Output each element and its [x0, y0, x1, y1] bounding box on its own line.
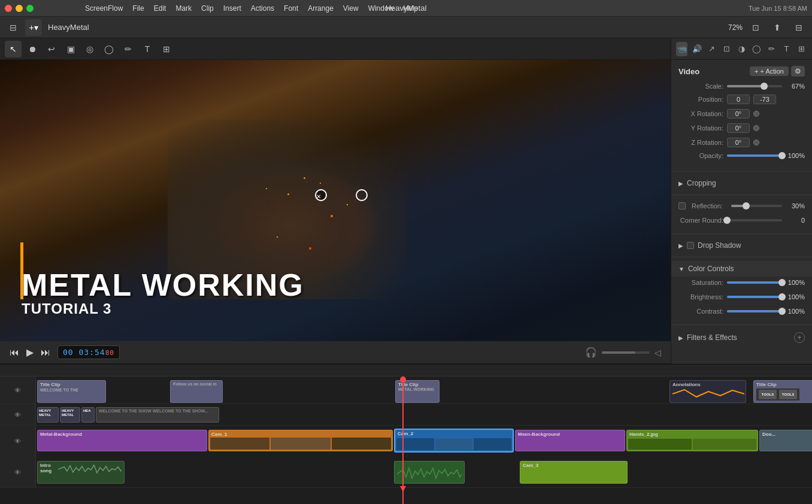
clip-annotations[interactable]: Annotations — [669, 380, 746, 403]
drop-shadow-section[interactable]: ▶ Drop Shadow — [671, 238, 812, 253]
add-clip-btn[interactable]: +▾ — [25, 19, 42, 36]
reflection-slider[interactable] — [731, 205, 782, 207]
track-eye-4[interactable]: 👁 — [14, 469, 21, 476]
select-tool-btn[interactable]: ↖ — [5, 41, 22, 57]
y-rotation-input[interactable] — [727, 123, 750, 133]
contrast-slider[interactable] — [727, 310, 782, 312]
clip-follow[interactable]: Follow us on social m — [170, 380, 223, 403]
clip-metal-bg[interactable]: Metal-Background — [37, 430, 207, 451]
share-btn[interactable]: ⬆ — [769, 19, 786, 36]
clip-welcome-text[interactable]: WELCOME TO THE SHOW WELCOME TO THE SHOW.… — [96, 407, 219, 423]
highlight-btn[interactable]: ◯ — [101, 41, 117, 57]
track-eye-3[interactable]: 👁 — [14, 438, 21, 445]
contrast-label: Contrast: — [678, 308, 723, 315]
corner-round-slider[interactable] — [727, 219, 782, 221]
clip-badge-1[interactable]: HEAVYMETAL — [37, 407, 59, 423]
filters-add-btn[interactable]: + — [794, 332, 805, 343]
screen-recording-icon[interactable]: ⊡ — [721, 42, 732, 56]
rewind-btn[interactable]: ⏮ — [10, 347, 19, 358]
annotation-btn[interactable]: ✏ — [120, 41, 137, 57]
menu-screenflow[interactable]: ScreenFlow — [85, 4, 123, 13]
clip-cam2[interactable]: Cam_2 — [394, 429, 514, 453]
y-rotation-label: Y Rotation: — [678, 125, 723, 132]
callout-btn[interactable]: ◎ — [81, 41, 98, 57]
text-panel-icon[interactable]: ✏ — [766, 42, 777, 56]
saturation-slider[interactable] — [727, 281, 782, 284]
clip-title-1[interactable]: Title Clip WELCOME TO THE — [37, 380, 106, 403]
headphone-icon[interactable]: 🎧 — [585, 347, 597, 358]
ruler-20s: 20s — [128, 375, 137, 376]
forward-btn[interactable]: ⏭ — [41, 347, 50, 358]
opacity-value: 100% — [786, 152, 805, 159]
ruler-1m10s: 1m10s — [357, 375, 373, 376]
clip-title-right[interactable]: Title Clip TOOLS TOOLS — [753, 380, 812, 403]
add-action-btn[interactable]: + + Action — [750, 66, 789, 76]
plus-icon: +▾ — [29, 23, 38, 32]
menu-arrange[interactable]: Arrange — [308, 4, 334, 13]
clip-hands[interactable]: Hands_2.jpg — [626, 430, 758, 451]
volume-slider[interactable] — [602, 351, 650, 354]
menu-actions[interactable]: Actions — [251, 4, 274, 13]
clip-cam3[interactable]: Cam_3 — [520, 461, 628, 484]
clip-cam1[interactable]: Cam_1 — [208, 430, 393, 451]
image-icon[interactable]: ◑ — [736, 42, 747, 56]
scale-slider[interactable] — [727, 85, 782, 87]
layout-btn[interactable]: ⊟ — [790, 19, 807, 36]
opacity-slider[interactable] — [727, 154, 782, 157]
collapse-timeline-btn[interactable]: ◁ — [655, 348, 661, 357]
cropping-section[interactable]: ▶ Cropping — [671, 175, 812, 191]
menu-mark[interactable]: Mark — [175, 4, 192, 13]
position-y-input[interactable] — [753, 95, 776, 104]
panel-toggle-btn[interactable]: ⊟ — [5, 19, 22, 36]
menu-insert[interactable]: Insert — [223, 4, 241, 13]
clip-title-mid[interactable]: Title Clip METAL WORKING — [395, 380, 440, 403]
z-rotation-keyframe[interactable] — [753, 139, 759, 145]
menu-view[interactable]: View — [343, 4, 359, 13]
x-rotation-input[interactable] — [727, 109, 750, 119]
menu-file[interactable]: File — [132, 4, 144, 13]
filters-section[interactable]: ▶ Filters & Effects + — [671, 329, 812, 347]
crop-handle-right[interactable] — [356, 189, 368, 201]
annotation-panel-icon[interactable]: ◯ — [751, 42, 762, 56]
track-eye-2[interactable]: 👁 — [14, 411, 21, 418]
ruler-10s: 10s — [82, 375, 91, 376]
screen-btn[interactable]: ▣ — [62, 41, 79, 57]
track-content-3: Metal-Background Cam_1 Cam_2 — [36, 426, 812, 457]
position-x-input[interactable] — [727, 95, 750, 104]
track-logo: 👁 HEAVYMETAL HEAVYMETAL HEA WELCOME TO T… — [0, 404, 812, 426]
clip-audio-cam2[interactable] — [394, 461, 465, 484]
clip-badge-3[interactable]: HEA — [81, 407, 95, 423]
media-btn[interactable]: ⊞ — [158, 41, 175, 57]
clip-badge-2[interactable]: HEAVYMETAL — [60, 407, 80, 423]
text-btn[interactable]: T — [139, 41, 156, 57]
menu-font[interactable]: Font — [284, 4, 298, 13]
clip-msen-bg[interactable]: Msen-Background — [515, 430, 625, 451]
video-properties-icon[interactable]: 📹 — [676, 42, 687, 56]
touch-icon[interactable]: ⊞ — [796, 42, 807, 56]
track-content-4: Intro song Cam_3 — [36, 457, 812, 487]
drop-shadow-checkbox[interactable] — [687, 242, 694, 249]
undo-btn[interactable]: ↩ — [43, 41, 60, 57]
document-title: HeavyMetal — [386, 4, 427, 13]
x-rotation-keyframe[interactable] — [753, 111, 759, 117]
clip-doo[interactable]: Doo... — [759, 430, 812, 451]
minimize-button[interactable] — [16, 5, 23, 12]
zoom-down-btn[interactable]: ⊡ — [747, 19, 764, 36]
clip-intro-song[interactable]: Intro song — [37, 461, 125, 484]
z-rotation-input[interactable] — [727, 138, 750, 147]
y-rotation-keyframe[interactable] — [753, 125, 759, 131]
play-btn[interactable]: ▶ — [26, 347, 34, 358]
properties-gear-btn[interactable]: ⚙ — [791, 66, 805, 77]
record-btn[interactable]: ⏺ — [24, 41, 41, 57]
brightness-slider[interactable] — [727, 296, 782, 298]
menu-clip[interactable]: Clip — [201, 4, 214, 13]
menu-edit[interactable]: Edit — [154, 4, 166, 13]
motion-icon[interactable]: ↗ — [706, 42, 717, 56]
reflection-checkbox[interactable] — [678, 202, 686, 210]
color-controls-section[interactable]: ▼ Color Controls — [671, 261, 812, 277]
close-button[interactable] — [5, 5, 12, 12]
maximize-button[interactable] — [26, 5, 34, 12]
track-eye-1[interactable]: 👁 — [14, 387, 21, 394]
callout-panel-icon[interactable]: T — [781, 42, 792, 56]
audio-properties-icon[interactable]: 🔊 — [691, 42, 702, 56]
